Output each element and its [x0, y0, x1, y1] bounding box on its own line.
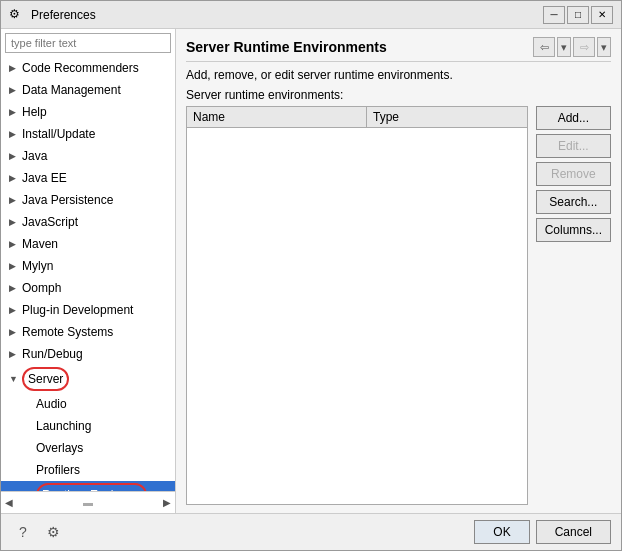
panel-header: Server Runtime Environments ⇦ ▾ ⇨ ▾ [186, 37, 611, 57]
sidebar-item-run-debug[interactable]: ▶ Run/Debug [1, 343, 175, 365]
panel-title: Server Runtime Environments [186, 39, 387, 55]
remove-button[interactable]: Remove [536, 162, 611, 186]
title-bar: ⚙ Preferences ─ □ ✕ [1, 1, 621, 29]
runtime-environments-highlight: Runtime Environm [36, 483, 147, 491]
expand-arrow: ▼ [9, 370, 19, 388]
sidebar-item-plugin-development[interactable]: ▶ Plug-in Development [1, 299, 175, 321]
expand-arrow: ▶ [9, 323, 19, 341]
expand-arrow: ▶ [9, 81, 19, 99]
sidebar-item-label: JavaScript [22, 213, 78, 231]
sidebar-item-overlays[interactable]: ▶ Overlays [1, 437, 175, 459]
ok-button[interactable]: OK [474, 520, 529, 544]
table-body [187, 128, 527, 388]
search-button[interactable]: Search... [536, 190, 611, 214]
expand-arrow: ▶ [9, 257, 19, 275]
minimize-button[interactable]: ─ [543, 6, 565, 24]
sidebar-item-label: Audio [36, 395, 67, 413]
sidebar-item-javascript[interactable]: ▶ JavaScript [1, 211, 175, 233]
sidebar-item-label: Java [22, 147, 47, 165]
sidebar: ▶ Code Recommenders ▶ Data Management ▶ … [1, 29, 176, 513]
sidebar-item-label: Data Management [22, 81, 121, 99]
sidebar-item-code-recommenders[interactable]: ▶ Code Recommenders [1, 57, 175, 79]
expand-arrow: ▶ [9, 103, 19, 121]
expand-arrow: ▶ [9, 213, 19, 231]
cancel-button[interactable]: Cancel [536, 520, 611, 544]
window-title: Preferences [31, 8, 96, 22]
sidebar-item-java-ee[interactable]: ▶ Java EE [1, 167, 175, 189]
back-dropdown[interactable]: ▾ [557, 37, 571, 57]
sidebar-item-data-management[interactable]: ▶ Data Management [1, 79, 175, 101]
sidebar-item-install-update[interactable]: ▶ Install/Update [1, 123, 175, 145]
columns-button[interactable]: Columns... [536, 218, 611, 242]
expand-arrow: ▶ [9, 345, 19, 363]
bottom-bar: ? ⚙ OK Cancel [1, 513, 621, 550]
maximize-button[interactable]: □ [567, 6, 589, 24]
help-button[interactable]: ? [11, 520, 35, 544]
expand-arrow: ▶ [9, 147, 19, 165]
close-button[interactable]: ✕ [591, 6, 613, 24]
sidebar-item-java[interactable]: ▶ Java [1, 145, 175, 167]
action-buttons: Add... Edit... Remove Search... Columns.… [536, 106, 611, 505]
search-input[interactable] [5, 33, 171, 53]
sidebar-item-label: Launching [36, 417, 91, 435]
expand-arrow: ▶ [9, 125, 19, 143]
sidebar-item-label: Plug-in Development [22, 301, 133, 319]
sidebar-item-label: Profilers [36, 461, 80, 479]
sidebar-item-mylyn[interactable]: ▶ Mylyn [1, 255, 175, 277]
sidebar-item-help[interactable]: ▶ Help [1, 101, 175, 123]
expand-arrow: ▶ [9, 59, 19, 77]
sidebar-item-label: Code Recommenders [22, 59, 139, 77]
scroll-indicator: ▬ [83, 497, 93, 508]
sidebar-item-label: Install/Update [22, 125, 95, 143]
column-type: Type [367, 107, 405, 127]
scroll-right-arrow[interactable]: ▶ [163, 497, 171, 508]
sidebar-item-label: Overlays [36, 439, 83, 457]
sidebar-item-label: Oomph [22, 279, 61, 297]
edit-button[interactable]: Edit... [536, 134, 611, 158]
sidebar-item-label: Run/Debug [22, 345, 83, 363]
main-content: ▶ Code Recommenders ▶ Data Management ▶ … [1, 29, 621, 513]
bottom-left: ? ⚙ [11, 520, 65, 544]
server-circle-highlight: Server [22, 367, 69, 391]
sidebar-item-label: Mylyn [22, 257, 53, 275]
sidebar-item-audio[interactable]: ▶ Audio [1, 393, 175, 415]
tree-area: ▶ Code Recommenders ▶ Data Management ▶ … [1, 57, 175, 491]
sidebar-item-label: Help [22, 103, 47, 121]
scroll-left-arrow[interactable]: ◀ [5, 497, 13, 508]
expand-arrow: ▶ [9, 191, 19, 209]
sidebar-item-label: Server [28, 370, 63, 388]
expand-arrow: ▶ [9, 169, 19, 187]
sidebar-item-label: Java EE [22, 169, 67, 187]
expand-arrow: ▶ [9, 301, 19, 319]
sidebar-item-label: Java Persistence [22, 191, 113, 209]
sidebar-item-label: Maven [22, 235, 58, 253]
forward-dropdown[interactable]: ▾ [597, 37, 611, 57]
back-button[interactable]: ⇦ [533, 37, 555, 57]
expand-arrow: ▶ [9, 235, 19, 253]
description-text: Add, remove, or edit server runtime envi… [186, 68, 611, 82]
sidebar-item-label: Remote Systems [22, 323, 113, 341]
sidebar-item-profilers[interactable]: ▶ Profilers [1, 459, 175, 481]
runtime-environments-table: Name Type [186, 106, 528, 505]
sidebar-item-runtime-environments[interactable]: ▶ Runtime Environm [1, 481, 175, 491]
app-icon: ⚙ [9, 7, 25, 23]
sidebar-item-launching[interactable]: ▶ Launching [1, 415, 175, 437]
table-header: Name Type [187, 107, 527, 128]
preferences-window: ⚙ Preferences ─ □ ✕ ▶ Code Recommenders … [0, 0, 622, 551]
sidebar-item-server[interactable]: ▼ Server [1, 365, 175, 393]
sidebar-item-oomph[interactable]: ▶ Oomph [1, 277, 175, 299]
bottom-right: OK Cancel [474, 520, 611, 544]
right-panel: Server Runtime Environments ⇦ ▾ ⇨ ▾ Add,… [176, 29, 621, 513]
sidebar-item-remote-systems[interactable]: ▶ Remote Systems [1, 321, 175, 343]
forward-button[interactable]: ⇨ [573, 37, 595, 57]
table-and-buttons: Name Type Add... Edit... Remove Search..… [186, 106, 611, 505]
column-name: Name [187, 107, 367, 127]
expand-arrow: ▶ [9, 279, 19, 297]
sidebar-item-maven[interactable]: ▶ Maven [1, 233, 175, 255]
sidebar-item-java-persistence[interactable]: ▶ Java Persistence [1, 189, 175, 211]
title-bar-left: ⚙ Preferences [9, 7, 96, 23]
settings-button[interactable]: ⚙ [41, 520, 65, 544]
title-bar-controls: ─ □ ✕ [543, 6, 613, 24]
sub-label: Server runtime environments: [186, 88, 611, 102]
add-button[interactable]: Add... [536, 106, 611, 130]
